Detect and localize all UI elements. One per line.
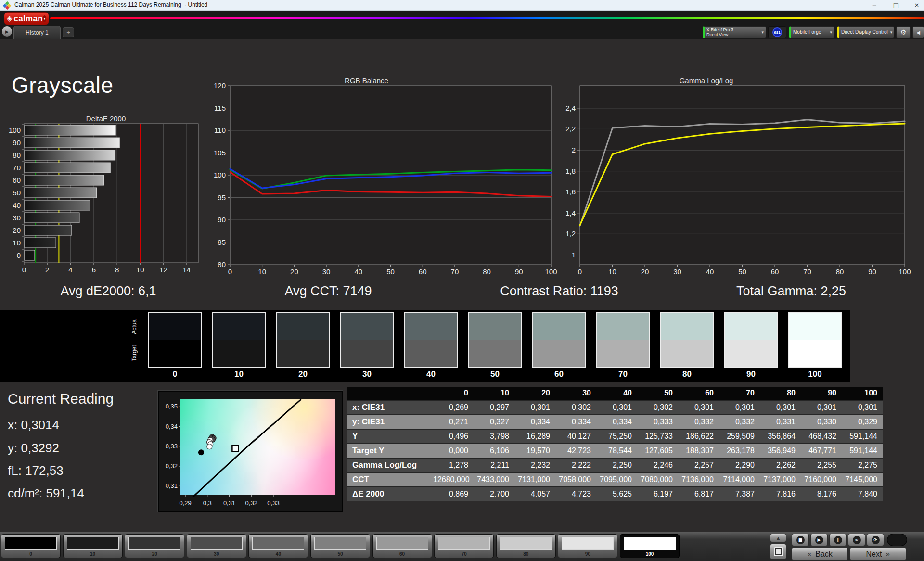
table-cell: 7160,000: [801, 473, 842, 486]
expand-panel-button[interactable]: ▲: [770, 534, 786, 542]
table-cell: 0,301: [719, 401, 760, 414]
collapse-icon: ◀: [916, 30, 920, 35]
svg-text:110: 110: [214, 126, 226, 134]
minimize-button[interactable]: −: [866, 0, 883, 10]
table-row-label: ΔE 2000: [347, 487, 433, 501]
settings-button[interactable]: ⚙: [896, 26, 911, 38]
table-cell: 7131,000: [515, 473, 556, 486]
chevron-down-icon: ▾: [43, 15, 46, 22]
meter-count-badge: 681: [772, 27, 782, 37]
svg-text:70: 70: [13, 164, 21, 172]
table-cell: 78,544: [597, 444, 638, 458]
table-cell: 7114,000: [719, 473, 760, 486]
svg-text:105: 105: [214, 149, 226, 157]
patch-swatch: [438, 537, 490, 550]
svg-text:60: 60: [13, 176, 21, 184]
table-cell: 0,496: [433, 430, 474, 443]
swatch-strip: Actual Target 0102030405060708090100: [0, 310, 850, 382]
swatch-target: [277, 340, 329, 367]
calman-menu-button[interactable]: ◈ calman ▾: [4, 12, 49, 25]
patch-button-90[interactable]: 90: [558, 534, 617, 558]
grayscale-swatch-30: [340, 312, 394, 368]
table-cell: 125,733: [638, 430, 679, 443]
table-cell: 591,144: [842, 444, 883, 458]
patch-swatch: [128, 537, 180, 550]
add-tab-button[interactable]: +: [63, 27, 74, 37]
continuous-read-button[interactable]: ∞: [848, 534, 865, 546]
source-label: Mobile Forge: [793, 30, 821, 35]
svg-text:80: 80: [483, 268, 491, 276]
svg-text:30: 30: [673, 268, 681, 276]
table-cell: 188,307: [679, 444, 719, 458]
table-cell: 263,178: [719, 444, 760, 458]
swatch-label: 90: [724, 370, 778, 379]
next-chevron-icon: »: [886, 550, 890, 559]
current-reading-y: y: 0,3292: [8, 441, 59, 456]
close-button[interactable]: ×: [909, 0, 924, 10]
svg-text:8: 8: [115, 266, 119, 274]
patch-button-60[interactable]: 60: [372, 534, 432, 558]
meter-select-dropdown[interactable]: X-Rite i1Pro 3 Direct View ▾: [703, 26, 766, 38]
table-cell: 7136,000: [679, 473, 719, 486]
deltae-bar-40: [25, 200, 90, 210]
table-row-x-cie31: x: CIE310,2690,2970,3010,3020,3010,3020,…: [347, 400, 883, 414]
stat-avg-de2000: Avg dE2000: 6,1: [12, 284, 205, 299]
gamma-chart: 2,42,221,81,61,41,2101020304050607080901…: [558, 72, 924, 284]
table-cell: 7,816: [760, 487, 801, 501]
table-row-label: y: CIE31: [347, 415, 433, 429]
patch-window-icon: [774, 547, 783, 556]
patch-button-100[interactable]: 100: [620, 534, 680, 558]
svg-text:30: 30: [13, 214, 21, 222]
back-button[interactable]: « Back: [792, 548, 848, 561]
tab-history-1[interactable]: History 1: [13, 26, 61, 39]
swatch-target: [341, 340, 393, 367]
patch-window-button[interactable]: [770, 544, 786, 560]
grayscale-swatch-0: [148, 312, 202, 368]
patch-label: 40: [249, 551, 308, 557]
table-cell: 12680,000: [433, 473, 474, 486]
maximize-button[interactable]: □: [888, 0, 904, 10]
table-cell: 1,278: [433, 459, 474, 472]
patch-button-30[interactable]: 30: [187, 534, 246, 558]
patch-button-80[interactable]: 80: [496, 534, 556, 558]
patch-button-70[interactable]: 70: [434, 534, 494, 558]
table-cell: 0,301: [842, 401, 883, 414]
refresh-read-button[interactable]: ⟳: [867, 534, 884, 546]
svg-text:90: 90: [515, 268, 523, 276]
swatch-target: [597, 340, 649, 367]
stat-contrast-ratio: Contrast Ratio: 1193: [463, 284, 655, 299]
grayscale-swatch-60: [532, 312, 586, 368]
play-icon: ▶: [815, 536, 823, 544]
swatch-label: 30: [340, 370, 394, 379]
patch-button-20[interactable]: 20: [125, 534, 184, 558]
patch-button-10[interactable]: 10: [63, 534, 123, 558]
table-cell: 0,332: [719, 415, 760, 429]
svg-text:20: 20: [290, 268, 298, 276]
play-button[interactable]: ▶: [810, 534, 828, 546]
svg-text:0,33: 0,33: [166, 443, 178, 450]
table-row--e-2000: ΔE 20000,8692,7004,0574,7235,6256,1976,8…: [347, 486, 883, 501]
patch-button-40[interactable]: 40: [248, 534, 308, 558]
calman-diamond-icon: ◈: [7, 15, 13, 22]
table-cell: 0,334: [597, 415, 638, 429]
next-button[interactable]: Next »: [850, 548, 906, 561]
table-row-gamma-log-log: Gamma Log/Log1,2782,2112,2322,2222,2502,…: [347, 458, 883, 472]
table-cell: 0,330: [801, 415, 842, 429]
svg-text:14: 14: [183, 266, 191, 274]
svg-text:60: 60: [419, 268, 427, 276]
svg-text:0,31: 0,31: [166, 482, 178, 489]
current-reading-x: x: 0,3014: [8, 418, 59, 433]
patch-swatch: [191, 537, 243, 550]
table-cell: 0,301: [679, 401, 719, 414]
source-select-dropdown[interactable]: Mobile Forge ▾: [789, 26, 834, 38]
tab-scroll-button[interactable]: ▶: [2, 26, 12, 37]
swatch-label: 50: [468, 370, 522, 379]
collapse-panel-button[interactable]: ◀: [912, 26, 924, 38]
step-read-button[interactable]: ‖: [829, 534, 847, 546]
table-cell: 591,144: [842, 430, 883, 443]
patch-button-0[interactable]: 0: [1, 534, 61, 558]
stop-button[interactable]: ■: [792, 534, 809, 546]
table-cell: 7433,000: [474, 473, 515, 486]
display-control-dropdown[interactable]: Direct Display Control ▾: [837, 26, 894, 38]
patch-button-50[interactable]: 50: [310, 534, 370, 558]
